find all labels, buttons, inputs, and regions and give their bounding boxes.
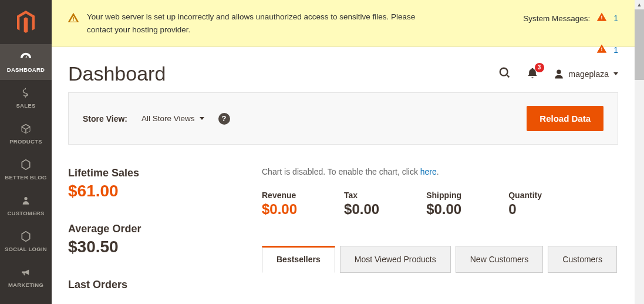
dollar-icon (21, 86, 31, 100)
notification-badge: 3 (535, 63, 544, 72)
metric-quantity: Quantity 0 (508, 191, 542, 218)
nav-better-blog[interactable]: BETTER BLOG (0, 152, 52, 188)
warning-icon (596, 12, 608, 25)
system-message-bar: Your web server is set up incorrectly an… (52, 0, 635, 47)
last-orders-block: Last Orders (68, 279, 227, 291)
store-view-label: Store View: (83, 114, 127, 123)
nav-label: MARKETING (8, 282, 43, 288)
tab-bestsellers[interactable]: Bestsellers (262, 246, 335, 273)
svg-line-2 (506, 74, 509, 77)
svg-point-0 (24, 197, 27, 200)
chart-enable-link[interactable]: here (420, 167, 437, 176)
tab-most-viewed[interactable]: Most Viewed Products (340, 246, 451, 273)
nav-label: SALES (16, 102, 35, 109)
nav-social-login[interactable]: SOCIAL LOGIN (0, 223, 52, 259)
main-content: Your web server is set up incorrectly an… (52, 0, 635, 304)
metric-value: $0.00 (344, 201, 379, 218)
nav-customers[interactable]: CUSTOMERS (0, 188, 52, 223)
stat-title: Average Order (68, 223, 227, 235)
store-view-bar: Store View: All Store Views ? Reload Dat… (68, 92, 618, 145)
scroll-thumb[interactable] (635, 9, 644, 80)
average-order-block: Average Order $30.50 (68, 223, 227, 256)
right-column: Chart is disabled. To enable the chart, … (262, 167, 618, 304)
store-view-select[interactable]: All Store Views (141, 114, 204, 123)
person-icon (21, 193, 31, 208)
metric-label: Revenue (262, 191, 297, 200)
nav-label: SOCIAL LOGIN (5, 246, 47, 252)
nav-label: DASHBOARD (7, 66, 45, 73)
metric-label: Quantity (508, 191, 542, 200)
gauge-icon (19, 50, 32, 64)
system-message-count[interactable]: 1 (613, 14, 618, 23)
system-messages-label: System Messages: (523, 14, 590, 23)
lifetime-sales-block: Lifetime Sales $61.00 (68, 167, 227, 201)
chart-disabled-message: Chart is disabled. To enable the chart, … (262, 167, 618, 176)
warning-icon (67, 12, 80, 26)
nav-marketing[interactable]: MARKETING (0, 259, 52, 295)
scrollbar[interactable]: ▲ (635, 0, 644, 304)
hexagon-icon (20, 158, 32, 172)
metric-revenue: Revenue $0.00 (262, 191, 297, 218)
stat-value: $61.00 (68, 182, 227, 201)
chevron-down-icon (200, 117, 204, 120)
nav-sales[interactable]: SALES (0, 80, 52, 116)
system-message-count[interactable]: 1 (613, 45, 618, 55)
svg-point-1 (500, 68, 507, 75)
left-column: Lifetime Sales $61.00 Average Order $30.… (68, 167, 227, 304)
cube-icon (20, 122, 32, 136)
chart-msg-suffix: . (437, 167, 439, 176)
metric-value: $0.00 (262, 201, 297, 218)
dashboard-content: Lifetime Sales $61.00 Average Order $30.… (52, 145, 635, 304)
megaphone-icon (20, 265, 32, 279)
metric-tax: Tax $0.00 (344, 191, 379, 218)
metric-label: Tax (344, 191, 379, 200)
stat-value: $30.50 (68, 238, 227, 256)
notifications-button[interactable]: 3 (527, 66, 538, 82)
nav-products[interactable]: PRODUCTS (0, 116, 52, 152)
tab-new-customers[interactable]: New Customers (456, 246, 544, 273)
magento-logo[interactable] (0, 0, 52, 44)
metrics-row: Revenue $0.00 Tax $0.00 Shipping $0.00 Q… (262, 191, 618, 218)
stat-title: Last Orders (68, 279, 227, 291)
warning-icon (596, 44, 608, 56)
tab-customers[interactable]: Customers (548, 246, 617, 273)
store-view-value: All Store Views (141, 114, 195, 123)
metric-label: Shipping (426, 191, 461, 200)
reload-data-button[interactable]: Reload Data (527, 106, 603, 131)
metric-value: $0.00 (426, 201, 461, 218)
message-text: Your web server is set up incorrectly an… (87, 11, 416, 36)
chart-msg-prefix: Chart is disabled. To enable the chart, … (262, 167, 420, 176)
metric-value: 0 (508, 201, 542, 218)
nav-label: CUSTOMERS (7, 210, 44, 216)
sidebar: DASHBOARD SALES PRODUCTS BETTER BLOG CUS… (0, 0, 52, 304)
tabs-row: Bestsellers Most Viewed Products New Cus… (262, 246, 618, 273)
scroll-up-arrow[interactable]: ▲ (635, 0, 644, 9)
hexagon-icon (20, 229, 32, 243)
help-icon[interactable]: ? (218, 113, 230, 125)
search-icon[interactable] (498, 66, 511, 82)
metric-shipping: Shipping $0.00 (426, 191, 461, 218)
nav-dashboard[interactable]: DASHBOARD (0, 44, 52, 80)
nav-label: PRODUCTS (9, 138, 42, 145)
nav-label: BETTER BLOG (5, 174, 46, 181)
page-title: Dashboard (68, 62, 166, 85)
stat-title: Lifetime Sales (68, 167, 227, 179)
